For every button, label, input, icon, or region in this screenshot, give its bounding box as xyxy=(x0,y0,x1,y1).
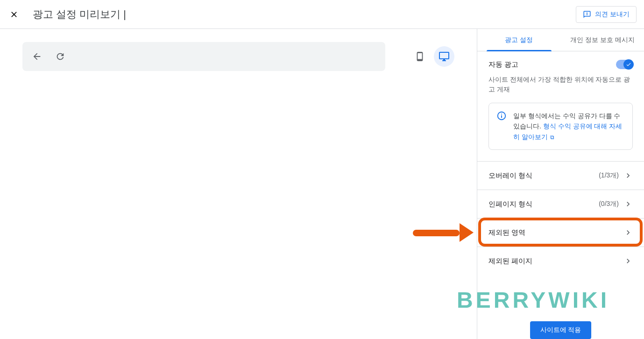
excluded-pages-label: 제외된 페이지 xyxy=(488,257,532,266)
chevron-right-icon xyxy=(623,256,633,266)
phone-icon xyxy=(415,51,425,62)
overlay-formats-label: 오버레이 형식 xyxy=(488,171,532,180)
excluded-areas-row[interactable]: 제외된 영역 xyxy=(477,218,644,247)
apply-label: 사이트에 적용 xyxy=(540,326,581,333)
overlay-formats-count: (1/3개) xyxy=(599,171,619,180)
inpage-formats-label: 인페이지 형식 xyxy=(488,200,532,209)
chevron-right-icon xyxy=(623,228,633,237)
info-callout: 일부 형식에서는 수익 공유가 다를 수 있습니다. 형식 수익 공유에 대해 … xyxy=(488,103,633,150)
device-mobile-button[interactable] xyxy=(410,46,430,67)
chevron-right-icon xyxy=(623,171,633,180)
toggle-knob xyxy=(623,59,634,70)
reload-icon[interactable] xyxy=(55,51,65,62)
chevron-right-icon xyxy=(623,199,633,209)
inpage-formats-count: (0/3개) xyxy=(599,200,619,208)
feedback-button[interactable]: 의견 보내기 xyxy=(576,6,637,23)
feedback-label: 의견 보내기 xyxy=(595,10,630,19)
external-link-icon: ⧉ xyxy=(549,134,554,141)
info-icon xyxy=(496,111,507,121)
inpage-formats-row[interactable]: 인페이지 형식 (0/3개) xyxy=(477,190,644,218)
close-icon xyxy=(9,10,19,19)
back-icon[interactable] xyxy=(32,51,42,62)
close-button[interactable] xyxy=(7,8,21,21)
check-icon xyxy=(626,62,631,67)
auto-ads-label: 자동 광고 xyxy=(488,60,518,69)
tab-privacy-label: 개인 정보 보호 메시지 xyxy=(570,36,635,44)
tab-ad-settings[interactable]: 광고 설정 xyxy=(477,29,561,51)
device-desktop-button[interactable] xyxy=(434,46,454,67)
tab-ad-settings-label: 광고 설정 xyxy=(505,36,533,44)
overlay-formats-row[interactable]: 오버레이 형식 (1/3개) xyxy=(477,161,644,190)
desktop-icon xyxy=(439,51,450,62)
settings-panel: 광고 설정 개인 정보 보호 메시지 자동 광고 사이트 전체에서 가장 적합한… xyxy=(477,29,644,339)
tab-privacy-messages[interactable]: 개인 정보 보호 메시지 xyxy=(561,29,644,51)
excluded-pages-row[interactable]: 제외된 페이지 xyxy=(477,247,644,275)
feedback-icon xyxy=(583,10,591,19)
auto-ads-description: 사이트 전체에서 가장 적합한 위치에 자동으로 광고 게재 xyxy=(488,75,633,94)
page-title: 광고 설정 미리보기 | xyxy=(33,7,576,21)
apply-to-site-button[interactable]: 사이트에 적용 xyxy=(530,321,592,339)
auto-ads-toggle[interactable] xyxy=(616,60,633,69)
url-bar[interactable] xyxy=(22,42,385,71)
excluded-areas-label: 제외된 영역 xyxy=(488,228,525,237)
